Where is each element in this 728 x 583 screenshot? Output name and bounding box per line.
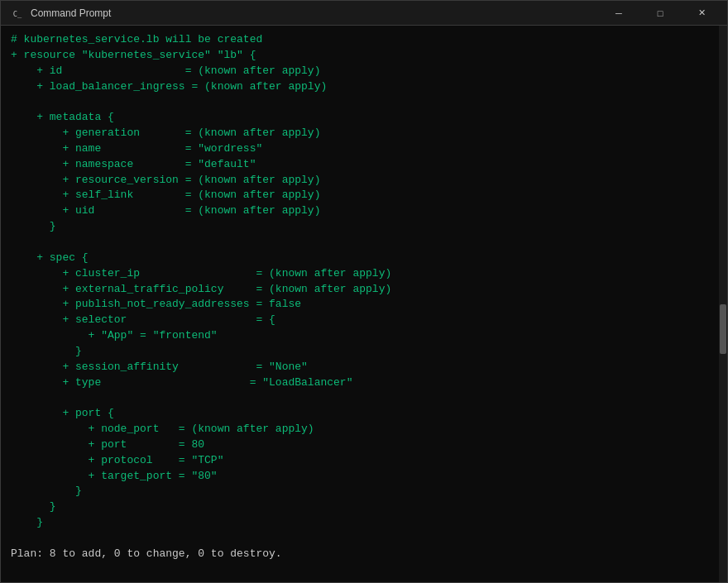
terminal-line: + port { <box>11 406 709 422</box>
terminal-line <box>11 94 709 110</box>
terminal-line: } <box>11 344 709 360</box>
window-title: Command Prompt <box>31 7 111 19</box>
window: C_ Command Prompt ─ □ ✕ # kubernetes_ser… <box>0 0 728 583</box>
terminal-line: ----------------------------------------… <box>11 578 709 582</box>
svg-text:C_: C_ <box>13 9 22 17</box>
terminal-line: + external_traffic_policy = (known after… <box>11 282 709 298</box>
terminal-line: Plan: 8 to add, 0 to change, 0 to destro… <box>11 547 709 562</box>
terminal-line: } <box>11 219 709 235</box>
terminal-line: + protocol = "TCP" <box>11 453 709 469</box>
terminal-line: + generation = (known after apply) <box>11 126 709 141</box>
terminal-line: + self_link = (known after apply) <box>11 188 709 203</box>
terminal-line: + load_balancer_ingress = (known after a… <box>11 79 709 95</box>
window-controls: ─ □ ✕ <box>600 1 721 26</box>
maximize-button[interactable]: □ <box>641 1 679 26</box>
terminal-line: + name = "wordress" <box>11 141 709 157</box>
terminal-content: # kubernetes_service.lb will be created+… <box>1 26 727 582</box>
terminal-line: + resource "kubernetes_service" "lb" { <box>11 48 709 64</box>
terminal-line: } <box>11 515 709 531</box>
terminal-line: } <box>11 499 709 515</box>
terminal-line: + selector = { <box>11 313 709 328</box>
title-bar-left: C_ Command Prompt <box>11 7 111 20</box>
terminal-line: + resource_version = (known after apply) <box>11 173 709 189</box>
cmd-icon: C_ <box>11 7 24 20</box>
close-button[interactable]: ✕ <box>682 1 721 26</box>
terminal-line: + namespace = "default" <box>11 157 709 173</box>
terminal-line: + cluster_ip = (known after apply) <box>11 266 709 282</box>
terminal-line: + port = 80 <box>11 437 709 453</box>
title-bar: C_ Command Prompt ─ □ ✕ <box>1 1 727 26</box>
scrollbar-thumb[interactable] <box>720 304 726 354</box>
terminal-line: + "App" = "frontend" <box>11 328 709 344</box>
terminal-line <box>11 562 709 578</box>
terminal-line: + id = (known after apply) <box>11 64 709 79</box>
terminal-line: + type = "LoadBalancer" <box>11 375 709 391</box>
terminal-line <box>11 390 709 406</box>
terminal-line: + spec { <box>11 251 709 266</box>
terminal-line: + uid = (known after apply) <box>11 203 709 219</box>
terminal-line: + metadata { <box>11 110 709 126</box>
terminal-line <box>11 235 709 251</box>
terminal-line <box>11 531 709 547</box>
scrollbar[interactable] <box>719 26 727 582</box>
minimize-button[interactable]: ─ <box>600 1 638 26</box>
terminal-line: } <box>11 484 709 499</box>
terminal-line: # kubernetes_service.lb will be created <box>11 32 709 48</box>
terminal-line: + session_affinity = "None" <box>11 360 709 375</box>
terminal-line: + publish_not_ready_addresses = false <box>11 297 709 313</box>
terminal-output[interactable]: # kubernetes_service.lb will be created+… <box>1 26 719 582</box>
terminal-line: + target_port = "80" <box>11 469 709 485</box>
terminal-line: + node_port = (known after apply) <box>11 422 709 437</box>
